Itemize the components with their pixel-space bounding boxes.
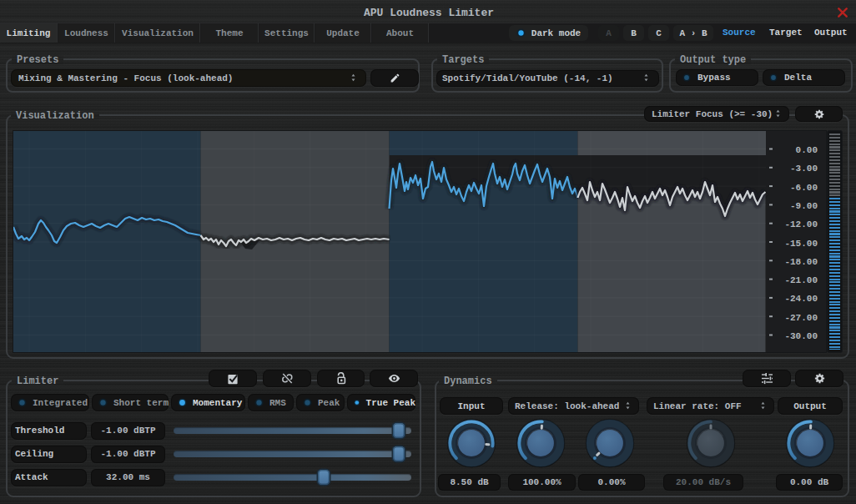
svg-text:-9.00: -9.00 (790, 201, 818, 211)
svg-text:-18.00: -18.00 (784, 257, 818, 267)
svg-text:-30.00: -30.00 (784, 331, 818, 341)
svg-text:-27.00: -27.00 (784, 313, 818, 323)
svg-text:-3.00: -3.00 (790, 164, 818, 174)
svg-text:-12.00: -12.00 (784, 219, 818, 229)
svg-text:-24.00: -24.00 (784, 294, 818, 304)
svg-text:0.00: 0.00 (796, 145, 818, 155)
svg-text:-6.00: -6.00 (790, 183, 818, 193)
svg-text:-21.00: -21.00 (784, 275, 818, 285)
svg-text:-15.00: -15.00 (784, 239, 818, 249)
